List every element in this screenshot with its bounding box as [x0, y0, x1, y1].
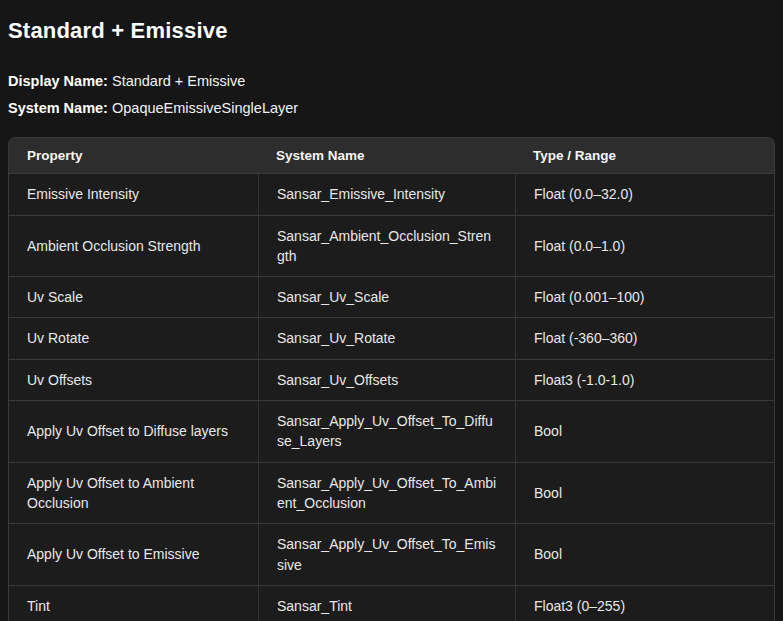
system-name-cell: Sansar_Uv_Scale: [258, 276, 515, 317]
system-name-cell: Sansar_Tint: [258, 585, 515, 621]
type-range-cell: Bool: [515, 462, 775, 524]
table-row: Tint Sansar_Tint Float3 (0–255): [8, 585, 775, 621]
table-row: Uv Rotate Sansar_Uv_Rotate Float (-360–3…: [8, 317, 775, 358]
system-name-label: System Name:: [8, 100, 108, 116]
property-cell: Apply Uv Offset to Ambient Occlusion: [8, 462, 258, 524]
display-name-line: Display Name: Standard + Emissive: [8, 72, 775, 90]
header-system-name: System Name: [258, 137, 515, 173]
system-name-cell: Sansar_Apply_Uv_Offset_To_Emissive: [258, 523, 515, 585]
property-cell: Tint: [8, 585, 258, 621]
system-name-cell: Sansar_Ambient_Occlusion_Strength: [258, 215, 515, 277]
table-row: Ambient Occlusion Strength Sansar_Ambien…: [8, 215, 775, 277]
header-property: Property: [8, 137, 258, 173]
type-range-cell: Float3 (-1.0-1.0): [515, 359, 775, 400]
system-name-cell: Sansar_Apply_Uv_Offset_To_Diffuse_Layers: [258, 400, 515, 462]
property-cell: Uv Scale: [8, 276, 258, 317]
table-row: Apply Uv Offset to Ambient Occlusion San…: [8, 462, 775, 524]
table-header-row: Property System Name Type / Range: [8, 137, 775, 173]
type-range-cell: Bool: [515, 523, 775, 585]
system-name-cell: Sansar_Apply_Uv_Offset_To_Ambient_Occlus…: [258, 462, 515, 524]
header-type-range: Type / Range: [515, 137, 775, 173]
type-range-cell: Float (0.0–32.0): [515, 173, 775, 214]
type-range-cell: Float (0.0–1.0): [515, 215, 775, 277]
display-name-label: Display Name:: [8, 73, 108, 89]
system-name-cell: Sansar_Uv_Offsets: [258, 359, 515, 400]
property-cell: Apply Uv Offset to Diffuse layers: [8, 400, 258, 462]
property-cell: Uv Offsets: [8, 359, 258, 400]
table-row: Emissive Intensity Sansar_Emissive_Inten…: [8, 173, 775, 214]
property-cell: Uv Rotate: [8, 317, 258, 358]
property-cell: Emissive Intensity: [8, 173, 258, 214]
type-range-cell: Float3 (0–255): [515, 585, 775, 621]
display-name-value: Standard + Emissive: [112, 73, 245, 89]
system-name-cell: Sansar_Uv_Rotate: [258, 317, 515, 358]
system-name-value: OpaqueEmissiveSingleLayer: [112, 100, 298, 116]
table-row: Apply Uv Offset to Diffuse layers Sansar…: [8, 400, 775, 462]
system-name-cell: Sansar_Emissive_Intensity: [258, 173, 515, 214]
system-name-line: System Name: OpaqueEmissiveSingleLayer: [8, 99, 775, 117]
table-row: Uv Scale Sansar_Uv_Scale Float (0.001–10…: [8, 276, 775, 317]
table-row: Apply Uv Offset to Emissive Sansar_Apply…: [8, 523, 775, 585]
property-cell: Apply Uv Offset to Emissive: [8, 523, 258, 585]
type-range-cell: Float (-360–360): [515, 317, 775, 358]
page-title: Standard + Emissive: [8, 18, 775, 44]
table-row: Uv Offsets Sansar_Uv_Offsets Float3 (-1.…: [8, 359, 775, 400]
page-container: Standard + Emissive Display Name: Standa…: [0, 0, 783, 621]
type-range-cell: Bool: [515, 400, 775, 462]
properties-table: Property System Name Type / Range Emissi…: [8, 137, 775, 621]
type-range-cell: Float (0.001–100): [515, 276, 775, 317]
property-cell: Ambient Occlusion Strength: [8, 215, 258, 277]
